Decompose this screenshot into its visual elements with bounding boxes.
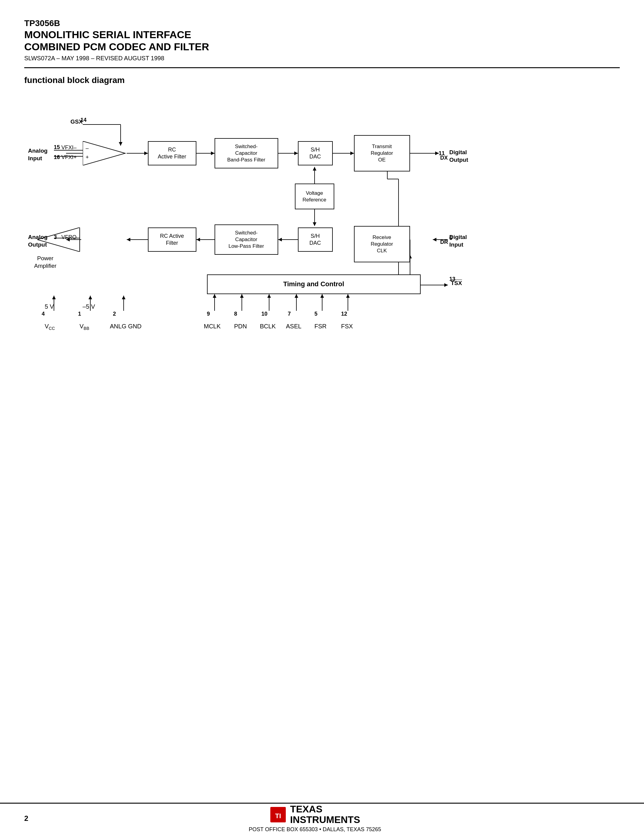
fsx-label: FSX	[341, 323, 353, 330]
svg-marker-56	[122, 296, 126, 299]
pin-6: 6	[449, 235, 452, 241]
pin-16: 16	[54, 154, 60, 161]
svg-marker-15	[313, 167, 316, 170]
ti-logo-area: TI TEXAS INSTRUMENTS POST OFFICE BOX 655…	[249, 804, 381, 833]
svg-marker-11	[350, 151, 354, 155]
bclk-label: BCLK	[260, 323, 276, 330]
pin-15: 15	[54, 144, 60, 151]
switched-cap-bpf: Switched-CapacitorBand-Pass Filter	[214, 138, 278, 169]
pin-10: 10	[262, 311, 267, 317]
diagram-svg	[27, 94, 618, 343]
pin-3: 3	[54, 234, 57, 241]
fsr-label: FSR	[315, 323, 327, 330]
svg-marker-23	[196, 238, 200, 241]
timing-control: Timing and Control	[207, 275, 421, 294]
asel-label: ASEL	[286, 323, 301, 330]
subtitle: SLWS072A – MAY 1998 – REVISED AUGUST 199…	[24, 55, 620, 62]
svg-text:TI: TI	[275, 812, 281, 819]
part-number: TP3056B	[24, 18, 620, 29]
minus-sign: –	[86, 145, 89, 151]
amplifier-top	[83, 141, 127, 166]
svg-marker-44	[295, 294, 298, 298]
texas-text: TEXAS	[290, 804, 322, 815]
plus-sign: +	[86, 154, 89, 161]
vfxi-minus-label: VFXI–	[61, 145, 77, 151]
svg-marker-13	[435, 151, 439, 155]
page-content: TP3056B MONOLITHIC SERIAL INTERFACE COMB…	[0, 0, 644, 361]
analog-input-label: AnalogInput	[28, 147, 48, 162]
pin-1: 1	[78, 311, 81, 317]
svg-marker-60	[83, 141, 125, 166]
vbb-label: VBB	[80, 323, 89, 331]
footer: 2 TI TEXAS INSTRUMENTS POST OFFICE BOX 6…	[0, 803, 644, 833]
dr-label: DR	[440, 239, 448, 245]
voltage-reference: VoltageReference	[295, 183, 334, 209]
functional-block-diagram: RCActive Filter Switched-CapacitorBand-P…	[27, 94, 618, 343]
svg-marker-7	[211, 151, 214, 155]
header-section: TP3056B MONOLITHIC SERIAL INTERFACE COMB…	[24, 18, 620, 62]
title-line1: MONOLITHIC SERIAL INTERFACE	[24, 29, 620, 41]
vfxi-plus-label: VFXI+	[61, 154, 77, 161]
pin-2: 2	[113, 311, 116, 317]
svg-marker-38	[213, 294, 216, 298]
svg-marker-50	[444, 283, 448, 287]
vfro-label: VFRO	[61, 234, 77, 241]
rc-active-filter-top: RCActive Filter	[148, 141, 196, 166]
svg-marker-40	[240, 294, 244, 298]
svg-marker-29	[433, 238, 436, 241]
svg-marker-25	[127, 238, 130, 241]
instruments-text: INSTRUMENTS	[290, 815, 360, 825]
gsx-label: GSX	[71, 119, 83, 125]
ti-logo-icon: TI	[270, 806, 287, 823]
pin-7: 7	[288, 311, 291, 317]
svg-marker-48	[346, 294, 350, 298]
anlg-gnd-label: ANLG GND	[110, 323, 142, 330]
ti-logo: TI TEXAS INSTRUMENTS	[270, 804, 360, 825]
svg-marker-17	[313, 222, 316, 226]
digital-output-label: DigitalOutput	[449, 149, 468, 164]
pos-5v-label: 5 V	[45, 303, 54, 310]
vcc-label: VCC	[45, 323, 55, 331]
title-line2: COMBINED PCM CODEC AND FILTER	[24, 40, 620, 53]
header-divider	[24, 67, 620, 68]
svg-marker-46	[320, 294, 324, 298]
mclk-label: MCLK	[204, 323, 221, 330]
receive-regulator: ReceiveRegulatorCLK	[354, 226, 410, 262]
svg-marker-21	[278, 238, 282, 241]
pin-8: 8	[234, 311, 237, 317]
pin-4: 4	[42, 311, 45, 317]
pin-9: 9	[207, 311, 210, 317]
rc-active-filter-bot: RC ActiveFilter	[148, 227, 196, 252]
pin-12: 12	[341, 311, 347, 317]
ti-address: POST OFFICE BOX 655303 • DALLAS, TEXAS 7…	[249, 827, 381, 833]
switched-cap-lpf: Switched-CapacitorLow-Pass Filter	[214, 224, 278, 255]
sh-dac-top: S/HDAC	[298, 141, 333, 166]
dx-label: DX	[440, 155, 448, 161]
pdn-label: PDN	[234, 323, 247, 330]
sh-dac-bottom: S/HDAC	[298, 227, 333, 252]
section-title: functional block diagram	[24, 76, 620, 85]
pin-5: 5	[315, 311, 317, 317]
transmit-regulator: TransmitRegulatorOE	[354, 135, 410, 172]
analog-output-label: AnalogOutput	[28, 233, 48, 248]
svg-marker-54	[89, 296, 92, 299]
page-number: 2	[24, 814, 28, 823]
neg-5v-label: –5 V	[83, 303, 95, 310]
svg-marker-5	[144, 151, 148, 155]
svg-marker-52	[52, 296, 56, 299]
svg-marker-9	[294, 151, 298, 155]
power-amplifier-label: PowerAmplifier	[34, 255, 57, 270]
pin-13: 13	[449, 276, 456, 282]
svg-marker-42	[267, 294, 271, 298]
